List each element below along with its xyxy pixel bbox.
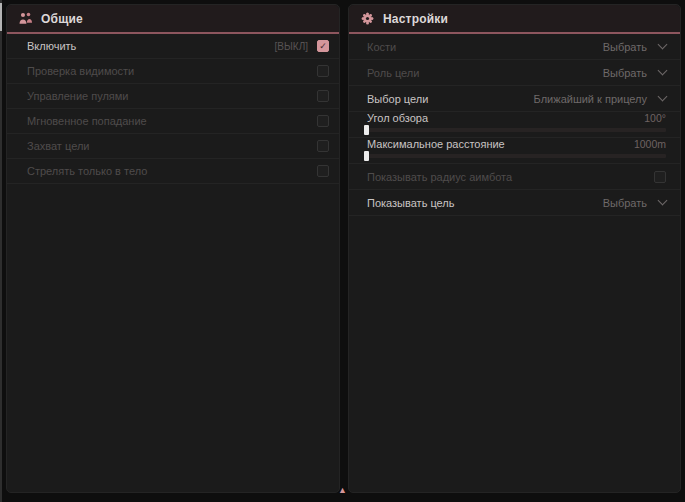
row-target-lock-checkbox[interactable] [317, 140, 329, 152]
row-fov-slider[interactable] [367, 128, 666, 132]
row-max-distance-value: 1000m [634, 138, 666, 150]
row-show-aimbot-radius-label: Показывать радиус аимбота [367, 171, 654, 183]
row-visibility-check-checkbox[interactable] [317, 65, 329, 77]
row-enable-hotkey-tag[interactable]: [ВЫКЛ] [275, 41, 308, 52]
row-enable-label: Включить [27, 40, 275, 52]
row-show-target-dropdown-value: Выбрать [603, 197, 647, 209]
gear-icon [360, 11, 375, 26]
window-edge-line [0, 0, 2, 502]
row-show-target-label: Показывать цель [367, 197, 603, 209]
row-bones-dropdown-value: Выбрать [603, 41, 647, 53]
row-bullet-control-checkbox[interactable] [317, 90, 329, 102]
settings-panel-title: Настройки [383, 12, 448, 26]
row-target-selection-dropdown-value: Ближайший к прицелу [534, 93, 647, 105]
row-show-aimbot-radius[interactable]: Показывать радиус аимбота [349, 164, 680, 190]
row-bones[interactable]: Кости Выбрать [349, 34, 680, 60]
row-fov-slider-thumb[interactable] [364, 125, 369, 135]
row-target-selection-label: Выбор цели [367, 93, 534, 105]
settings-panel-header: Настройки [349, 5, 680, 34]
settings-panel: Настройки Кости Выбрать Роль цели Выбрат… [348, 4, 681, 493]
row-instant-hit-label: Мгновенное попадание [27, 115, 317, 127]
row-target-lock-label: Захват цели [27, 140, 317, 152]
row-target-role-dropdown[interactable]: Выбрать [603, 67, 666, 79]
row-target-role-dropdown-value: Выбрать [603, 67, 647, 79]
people-icon [18, 11, 33, 26]
chevron-down-icon [658, 66, 668, 76]
row-target-selection[interactable]: Выбор цели Ближайший к прицелу [349, 86, 680, 112]
row-fov-value: 100° [644, 112, 666, 124]
row-enable[interactable]: Включить [ВЫКЛ] [7, 34, 339, 59]
row-fov-label: Угол обзора [367, 112, 644, 124]
row-bones-dropdown[interactable]: Выбрать [603, 41, 666, 53]
row-target-lock[interactable]: Захват цели [7, 134, 339, 159]
row-show-target[interactable]: Показывать цель Выбрать [349, 190, 680, 216]
cursor-arrow: ▲ [338, 485, 347, 495]
row-max-distance-slider[interactable] [367, 154, 666, 158]
row-enable-checkbox[interactable] [317, 40, 329, 52]
row-show-target-dropdown[interactable]: Выбрать [603, 197, 666, 209]
row-body-only[interactable]: Стрелять только в тело [7, 159, 339, 184]
window-edge-scrollbar-thumb[interactable] [0, 3, 2, 31]
row-visibility-check-label: Проверка видимости [27, 65, 317, 77]
chevron-down-icon [658, 196, 668, 206]
row-target-selection-dropdown[interactable]: Ближайший к прицелу [534, 93, 666, 105]
general-panel: Общие Включить [ВЫКЛ] Проверка видимости… [6, 4, 340, 493]
row-max-distance-label: Максимальное расстояние [367, 138, 634, 150]
row-bullet-control[interactable]: Управление пулями [7, 84, 339, 109]
row-bones-label: Кости [367, 41, 603, 53]
row-target-role[interactable]: Роль цели Выбрать [349, 60, 680, 86]
row-target-role-label: Роль цели [367, 67, 603, 79]
row-max-distance[interactable]: Максимальное расстояние 1000m [349, 138, 680, 164]
row-bullet-control-label: Управление пулями [27, 90, 317, 102]
row-fov[interactable]: Угол обзора 100° [349, 112, 680, 138]
general-panel-title: Общие [41, 12, 83, 26]
row-instant-hit-checkbox[interactable] [317, 115, 329, 127]
general-panel-header: Общие [7, 5, 339, 34]
row-body-only-checkbox[interactable] [317, 165, 329, 177]
chevron-down-icon [658, 40, 668, 50]
row-body-only-label: Стрелять только в тело [27, 165, 317, 177]
row-visibility-check[interactable]: Проверка видимости [7, 59, 339, 84]
chevron-down-icon [658, 92, 668, 102]
row-instant-hit[interactable]: Мгновенное попадание [7, 109, 339, 134]
row-max-distance-slider-thumb[interactable] [364, 151, 369, 161]
row-show-aimbot-radius-checkbox[interactable] [654, 171, 666, 183]
